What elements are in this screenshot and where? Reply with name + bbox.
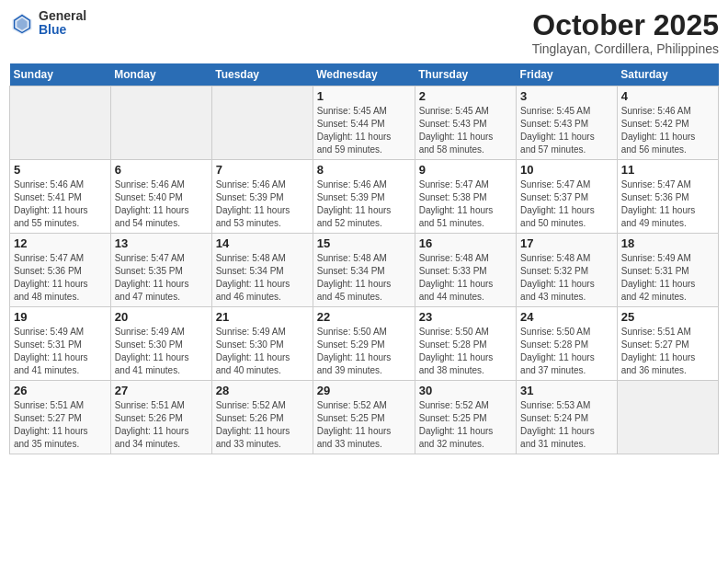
day-number: 12 (14, 236, 107, 250)
logo-blue-text: Blue (39, 23, 86, 37)
calendar-cell: 21Sunrise: 5:49 AM Sunset: 5:30 PM Dayli… (211, 307, 313, 381)
day-number: 30 (419, 384, 512, 397)
calendar-cell: 3Sunrise: 5:45 AM Sunset: 5:43 PM Daylig… (517, 86, 618, 160)
day-info: Sunrise: 5:51 AM Sunset: 5:26 PM Dayligh… (115, 399, 208, 451)
day-number: 6 (115, 163, 208, 177)
header-tuesday: Tuesday (211, 63, 313, 86)
header-saturday: Saturday (617, 63, 718, 86)
calendar-cell: 23Sunrise: 5:50 AM Sunset: 5:28 PM Dayli… (415, 307, 516, 381)
day-info: Sunrise: 5:52 AM Sunset: 5:25 PM Dayligh… (419, 399, 512, 451)
day-info: Sunrise: 5:49 AM Sunset: 5:31 PM Dayligh… (621, 252, 714, 304)
day-number: 16 (419, 236, 512, 250)
day-number: 20 (115, 310, 208, 324)
calendar-cell: 6Sunrise: 5:46 AM Sunset: 5:40 PM Daylig… (110, 160, 211, 234)
day-info: Sunrise: 5:53 AM Sunset: 5:24 PM Dayligh… (520, 399, 613, 451)
day-info: Sunrise: 5:47 AM Sunset: 5:37 PM Dayligh… (520, 178, 613, 230)
day-info: Sunrise: 5:50 AM Sunset: 5:28 PM Dayligh… (520, 326, 613, 377)
header-thursday: Thursday (415, 63, 516, 86)
calendar-cell (10, 86, 111, 160)
calendar-cell: 25Sunrise: 5:51 AM Sunset: 5:27 PM Dayli… (617, 307, 718, 381)
calendar-week-1: 1Sunrise: 5:45 AM Sunset: 5:44 PM Daylig… (10, 86, 719, 160)
title-block: October 2025 Tinglayan, Cordillera, Phil… (532, 9, 719, 56)
day-info: Sunrise: 5:46 AM Sunset: 5:41 PM Dayligh… (14, 178, 107, 230)
header-row: Sunday Monday Tuesday Wednesday Thursday… (10, 63, 719, 86)
day-info: Sunrise: 5:46 AM Sunset: 5:40 PM Dayligh… (115, 178, 208, 230)
calendar-cell: 27Sunrise: 5:51 AM Sunset: 5:26 PM Dayli… (110, 381, 211, 454)
day-number: 8 (317, 163, 411, 177)
day-info: Sunrise: 5:50 AM Sunset: 5:29 PM Dayligh… (317, 326, 411, 377)
day-number: 3 (520, 89, 613, 103)
day-number: 19 (14, 310, 107, 324)
day-info: Sunrise: 5:47 AM Sunset: 5:35 PM Dayligh… (115, 252, 208, 304)
day-info: Sunrise: 5:46 AM Sunset: 5:42 PM Dayligh… (621, 105, 714, 156)
day-info: Sunrise: 5:45 AM Sunset: 5:44 PM Dayligh… (317, 105, 411, 156)
day-info: Sunrise: 5:46 AM Sunset: 5:39 PM Dayligh… (216, 178, 309, 230)
day-number: 22 (317, 310, 411, 324)
day-number: 7 (216, 163, 309, 177)
calendar-week-3: 12Sunrise: 5:47 AM Sunset: 5:36 PM Dayli… (10, 234, 719, 307)
day-number: 21 (216, 310, 309, 324)
day-number: 26 (14, 384, 107, 397)
day-number: 29 (317, 384, 411, 397)
calendar-cell: 16Sunrise: 5:48 AM Sunset: 5:33 PM Dayli… (415, 234, 516, 307)
calendar-cell: 26Sunrise: 5:51 AM Sunset: 5:27 PM Dayli… (10, 381, 111, 454)
day-info: Sunrise: 5:52 AM Sunset: 5:25 PM Dayligh… (317, 399, 411, 451)
day-info: Sunrise: 5:49 AM Sunset: 5:30 PM Dayligh… (115, 326, 208, 377)
logo: General Blue (9, 9, 86, 38)
day-number: 24 (520, 310, 613, 324)
day-number: 25 (621, 310, 714, 324)
calendar-cell: 18Sunrise: 5:49 AM Sunset: 5:31 PM Dayli… (617, 234, 718, 307)
calendar-cell: 22Sunrise: 5:50 AM Sunset: 5:29 PM Dayli… (313, 307, 415, 381)
day-number: 18 (621, 236, 714, 250)
calendar-cell: 30Sunrise: 5:52 AM Sunset: 5:25 PM Dayli… (415, 381, 516, 454)
calendar-table: Sunday Monday Tuesday Wednesday Thursday… (9, 63, 719, 454)
calendar-cell: 14Sunrise: 5:48 AM Sunset: 5:34 PM Dayli… (211, 234, 313, 307)
day-number: 31 (520, 384, 613, 397)
calendar-cell: 10Sunrise: 5:47 AM Sunset: 5:37 PM Dayli… (517, 160, 618, 234)
header-friday: Friday (517, 63, 618, 86)
calendar-cell (211, 86, 313, 160)
day-number: 5 (14, 163, 107, 177)
day-info: Sunrise: 5:50 AM Sunset: 5:28 PM Dayligh… (419, 326, 512, 377)
calendar-cell: 17Sunrise: 5:48 AM Sunset: 5:32 PM Dayli… (517, 234, 618, 307)
calendar-cell: 28Sunrise: 5:52 AM Sunset: 5:26 PM Dayli… (211, 381, 313, 454)
calendar-cell: 20Sunrise: 5:49 AM Sunset: 5:30 PM Dayli… (110, 307, 211, 381)
page-header: General Blue October 2025 Tinglayan, Cor… (9, 9, 719, 56)
calendar-cell (617, 381, 718, 454)
calendar-cell: 19Sunrise: 5:49 AM Sunset: 5:31 PM Dayli… (10, 307, 111, 381)
day-info: Sunrise: 5:48 AM Sunset: 5:34 PM Dayligh… (317, 252, 411, 304)
calendar-cell: 7Sunrise: 5:46 AM Sunset: 5:39 PM Daylig… (211, 160, 313, 234)
day-info: Sunrise: 5:45 AM Sunset: 5:43 PM Dayligh… (419, 105, 512, 156)
day-number: 17 (520, 236, 613, 250)
day-number: 9 (419, 163, 512, 177)
calendar-week-5: 26Sunrise: 5:51 AM Sunset: 5:27 PM Dayli… (10, 381, 719, 454)
calendar-body: 1Sunrise: 5:45 AM Sunset: 5:44 PM Daylig… (10, 86, 719, 454)
calendar-cell: 11Sunrise: 5:47 AM Sunset: 5:36 PM Dayli… (617, 160, 718, 234)
day-info: Sunrise: 5:48 AM Sunset: 5:32 PM Dayligh… (520, 252, 613, 304)
calendar-cell: 1Sunrise: 5:45 AM Sunset: 5:44 PM Daylig… (313, 86, 415, 160)
calendar-cell: 24Sunrise: 5:50 AM Sunset: 5:28 PM Dayli… (517, 307, 618, 381)
calendar-cell: 12Sunrise: 5:47 AM Sunset: 5:36 PM Dayli… (10, 234, 111, 307)
day-info: Sunrise: 5:45 AM Sunset: 5:43 PM Dayligh… (520, 105, 613, 156)
day-info: Sunrise: 5:49 AM Sunset: 5:30 PM Dayligh… (216, 326, 309, 377)
calendar-cell: 4Sunrise: 5:46 AM Sunset: 5:42 PM Daylig… (617, 86, 718, 160)
day-info: Sunrise: 5:47 AM Sunset: 5:36 PM Dayligh… (621, 178, 714, 230)
day-number: 14 (216, 236, 309, 250)
logo-text: General Blue (39, 9, 86, 38)
day-number: 11 (621, 163, 714, 177)
logo-icon (9, 10, 35, 36)
calendar-week-2: 5Sunrise: 5:46 AM Sunset: 5:41 PM Daylig… (10, 160, 719, 234)
header-sunday: Sunday (10, 63, 111, 86)
calendar-cell: 5Sunrise: 5:46 AM Sunset: 5:41 PM Daylig… (10, 160, 111, 234)
calendar-cell: 31Sunrise: 5:53 AM Sunset: 5:24 PM Dayli… (517, 381, 618, 454)
day-number: 13 (115, 236, 208, 250)
day-number: 27 (115, 384, 208, 397)
day-number: 1 (317, 89, 411, 103)
calendar-cell: 15Sunrise: 5:48 AM Sunset: 5:34 PM Dayli… (313, 234, 415, 307)
calendar-title: October 2025 (532, 9, 719, 41)
day-number: 28 (216, 384, 309, 397)
day-info: Sunrise: 5:47 AM Sunset: 5:38 PM Dayligh… (419, 178, 512, 230)
calendar-cell: 2Sunrise: 5:45 AM Sunset: 5:43 PM Daylig… (415, 86, 516, 160)
calendar-cell: 29Sunrise: 5:52 AM Sunset: 5:25 PM Dayli… (313, 381, 415, 454)
calendar-cell: 8Sunrise: 5:46 AM Sunset: 5:39 PM Daylig… (313, 160, 415, 234)
